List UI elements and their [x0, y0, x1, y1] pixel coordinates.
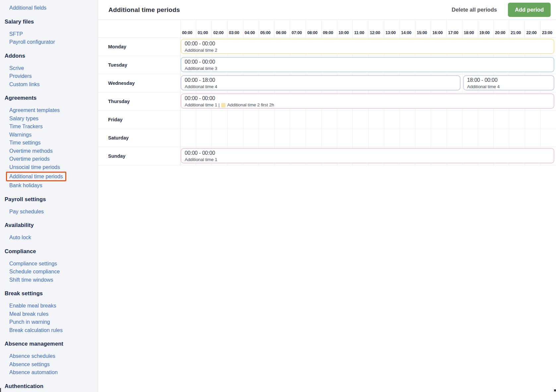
- hour-label: 11:00: [354, 30, 364, 35]
- sidebar-item-warnings[interactable]: Warnings: [0, 131, 98, 139]
- hour-column: 03:00: [227, 20, 243, 37]
- sidebar-item-absence-schedules[interactable]: Absence schedules: [0, 352, 98, 361]
- sidebar-item-agreement-templates[interactable]: Agreement templates: [0, 106, 98, 115]
- hour-label: 07:00: [291, 30, 302, 35]
- day-label: Tuesday: [98, 56, 180, 74]
- sidebar-item-punch-in-warning[interactable]: Punch in warning: [0, 318, 98, 326]
- period-label-text: Additional time 1: [185, 157, 217, 163]
- hour-column: 06:00: [274, 20, 290, 37]
- hour-gridline: [368, 129, 369, 147]
- hour-label: 20:00: [495, 30, 505, 35]
- hour-gridline: [306, 111, 306, 129]
- sidebar-item-sftp[interactable]: SFTP: [0, 30, 98, 38]
- hour-column: 08:00: [306, 20, 321, 37]
- sidebar-heading-agreements: Agreements: [0, 94, 98, 101]
- sidebar-item-unsocial-time-periods[interactable]: Unsocial time periods: [0, 163, 98, 172]
- day-row-saturday: Saturday: [98, 129, 556, 147]
- sidebar-item-absence-automation[interactable]: Absence automation: [0, 368, 98, 377]
- period-time-range: 00:00 - 00:00: [185, 95, 554, 102]
- day-label: Saturday: [98, 129, 180, 147]
- period-bar[interactable]: 18:00 - 00:00Additional time 4: [463, 75, 554, 90]
- hour-label: 22:00: [526, 30, 536, 35]
- sidebar-item-payroll-configurator[interactable]: Payroll configurator: [0, 38, 98, 46]
- sidebar-heading-salary-files: Salary files: [0, 18, 98, 25]
- hour-column: 16:00: [431, 20, 446, 37]
- sidebar-heading-absence-management: Absence management: [0, 340, 98, 347]
- hour-label: 08:00: [307, 30, 318, 35]
- hour-column: 20:00: [493, 20, 509, 37]
- hour-gridline: [462, 111, 463, 129]
- sidebar-item-overtime-periods[interactable]: Overtime periods: [0, 155, 98, 163]
- sidebar-item-auto-lock[interactable]: Auto lock: [0, 234, 98, 242]
- hour-column: 15:00: [415, 20, 431, 37]
- hour-gridline: [478, 111, 478, 129]
- sidebar-item-schedule-compliance[interactable]: Schedule compliance: [0, 268, 98, 276]
- sidebar-item-additional-time-periods[interactable]: Additional time periods: [0, 171, 98, 182]
- hour-gridline: [290, 111, 290, 129]
- sidebar-item-pay-schedules[interactable]: Pay schedules: [0, 208, 98, 216]
- hour-gridline: [180, 111, 181, 129]
- period-label: Additional time 1 |Additional time 2 fir…: [185, 102, 554, 108]
- sidebar-item-bank-holidays[interactable]: Bank holidays: [0, 182, 98, 190]
- hour-column: 09:00: [321, 20, 337, 37]
- hour-gridline: [447, 129, 447, 147]
- period-bar[interactable]: 00:00 - 00:00Additional time 1: [181, 148, 554, 163]
- hour-gridline: [352, 111, 353, 129]
- hour-gridline: [243, 129, 243, 147]
- hour-gridline: [227, 111, 228, 129]
- sidebar-item-time-trackers[interactable]: Time Trackers: [0, 123, 98, 131]
- hour-gridline: [540, 111, 541, 129]
- hour-gridline: [462, 74, 463, 92]
- period-label: Additional time 4: [467, 84, 554, 90]
- period-bar[interactable]: 00:00 - 00:00Additional time 1 |Addition…: [181, 93, 554, 109]
- hour-label: 23:00: [542, 30, 552, 35]
- day-label: Wednesday: [98, 74, 180, 92]
- hour-label: 00:00: [182, 30, 192, 35]
- hour-label: 16:00: [432, 30, 443, 35]
- hour-gridline: [274, 111, 275, 129]
- sidebar-item-absence-settings[interactable]: Absence settings: [0, 361, 98, 369]
- hour-label: 17:00: [448, 30, 458, 35]
- period-bar[interactable]: 00:00 - 00:00Additional time 2: [181, 39, 554, 54]
- hour-gridline: [415, 129, 415, 147]
- delete-all-periods-button[interactable]: Delete all periods: [450, 6, 499, 13]
- sidebar-heading-compliance: Compliance: [0, 248, 98, 255]
- sidebar-item-additional-fields[interactable]: Additional fields: [0, 4, 98, 12]
- sidebar-item-time-settings[interactable]: Time settings: [0, 139, 98, 147]
- hour-label: 19:00: [479, 30, 490, 35]
- period-bar[interactable]: 00:00 - 00:00Additional time 3: [181, 57, 554, 72]
- sidebar-item-salary-types[interactable]: Salary types: [0, 115, 98, 123]
- sidebar-item-custom-links[interactable]: Custom links: [0, 81, 98, 89]
- hour-gridline: [321, 129, 322, 147]
- hour-column: 19:00: [478, 20, 493, 37]
- sidebar-item-enable-meal-breaks[interactable]: Enable meal breaks: [0, 302, 98, 310]
- add-period-button[interactable]: Add period: [508, 3, 551, 17]
- hour-gridline: [196, 111, 196, 129]
- sidebar-heading-addons: Addons: [0, 52, 98, 59]
- sidebar-heading-authentication: Authentication: [0, 382, 98, 390]
- period-time-range: 00:00 - 18:00: [185, 77, 460, 84]
- sidebar-scrollbar-thumb[interactable]: [0, 388, 1, 392]
- day-timeline: [180, 111, 556, 129]
- hour-column: 11:00: [352, 20, 368, 37]
- sidebar-item-break-calculation-rules[interactable]: Break calculation rules: [0, 326, 98, 335]
- day-timeline: 00:00 - 18:00Additional time 418:00 - 00…: [180, 74, 556, 92]
- scrollbar-corner-thumb[interactable]: [554, 389, 556, 391]
- sidebar-heading-payroll-settings: Payroll settings: [0, 196, 98, 203]
- sidebar-item-overtime-methods[interactable]: Overtime methods: [0, 147, 98, 155]
- day-row-friday: Friday: [98, 111, 556, 129]
- sidebar-item-meal-break-rules[interactable]: Meal break rules: [0, 310, 98, 318]
- sidebar-item-providers[interactable]: Providers: [0, 72, 98, 81]
- sidebar-item-shift-time-windows[interactable]: Shift time windows: [0, 276, 98, 284]
- sidebar-item-scrive[interactable]: Scrive: [0, 64, 98, 73]
- period-time-range: 00:00 - 00:00: [185, 40, 554, 47]
- hour-gridline: [368, 111, 369, 129]
- hour-gridline: [509, 111, 509, 129]
- hour-column: 22:00: [525, 20, 540, 37]
- sidebar-item-compliance-settings[interactable]: Compliance settings: [0, 260, 98, 268]
- hour-gridline: [180, 129, 181, 147]
- hour-column: 23:00: [540, 20, 556, 37]
- day-row-monday: Monday00:00 - 00:00Additional time 2: [98, 38, 556, 56]
- hour-gridline: [525, 129, 525, 147]
- period-bar[interactable]: 00:00 - 18:00Additional time 4: [181, 75, 461, 90]
